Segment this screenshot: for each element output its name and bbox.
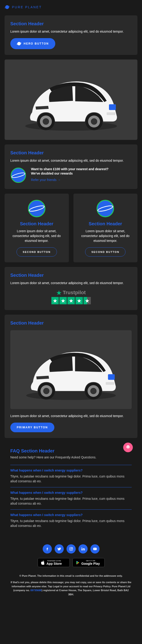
planet-icon	[27, 199, 46, 218]
col-card-2: Section Header Lorem ipsum dolor sit ame…	[73, 194, 138, 262]
car-image-card	[4, 60, 138, 140]
promo-card: Section Header Lorem ipsum dolor sit ame…	[4, 144, 138, 189]
faq-item: What happens when I switch energy suppli…	[10, 465, 132, 487]
appstore-small: Download on the	[47, 560, 62, 562]
col1-header: Section Header	[20, 221, 53, 226]
star-icon	[59, 297, 67, 304]
col2-body: Lorem ipsum dolor sit amet, consectetur …	[78, 229, 133, 243]
facebook-icon[interactable]	[43, 544, 52, 554]
planet-icon	[10, 167, 26, 183]
faq-item: What happens when I switch energy suppli…	[10, 487, 132, 510]
footer: Download on theApp Store GET IT ONGoogle…	[4, 538, 138, 606]
refer-link[interactable]: Refer your friends →	[31, 178, 61, 182]
trustpilot-rating	[10, 297, 132, 304]
faq-question: What happens when I switch energy suppli…	[10, 491, 132, 494]
star-icon	[75, 297, 83, 304]
svg-rect-11	[109, 104, 116, 110]
google-play-icon	[75, 560, 80, 565]
hero-header: Section Header	[10, 21, 132, 26]
planet-icon	[96, 199, 115, 218]
section2-header: Section Header	[10, 150, 132, 156]
faq-answer: Tityre, tu patulae recubans sub tegmine …	[10, 474, 132, 484]
svg-point-25	[90, 388, 97, 394]
brand-name: PURE PLANET	[12, 5, 42, 9]
section4-card: Section Header Lorem ipsum dolor sit ame…	[4, 315, 138, 438]
svg-point-30	[129, 446, 129, 447]
star-icon	[51, 297, 59, 304]
faq-sub: Need some help? Here are our Frequently …	[10, 456, 132, 459]
svg-point-10	[91, 118, 97, 125]
planet-icon	[17, 41, 21, 46]
svg-point-2	[17, 42, 21, 46]
hero-body: Lorem ipsum dolor sit amet, consectetur …	[10, 29, 132, 34]
app-store-badge[interactable]: Download on theApp Store	[38, 558, 70, 567]
svg-point-35	[81, 548, 82, 548]
hero-button-label: HERO BUTTON	[24, 42, 49, 45]
star-half-icon	[84, 297, 91, 304]
faq-answer: Tityre, tu patulae recubans sub tegmine …	[10, 496, 132, 506]
star-icon	[67, 297, 75, 304]
footer-line1: © Pure Planet. The information in this e…	[10, 574, 132, 578]
promo-line1: Want to share £100 with your nearest and…	[31, 167, 132, 171]
car-illustration	[16, 66, 126, 133]
svg-point-33	[72, 548, 72, 548]
section3-header: Section Header	[10, 272, 132, 278]
section4-header: Section Header	[10, 320, 132, 326]
col2-button[interactable]: SECOND BUTTON	[85, 247, 126, 256]
youtube-icon[interactable]	[90, 544, 100, 554]
col1-body: Lorem ipsum dolor sit amet, consectetur …	[9, 229, 64, 243]
svg-point-7	[43, 118, 49, 125]
svg-rect-27	[106, 382, 114, 385]
planet-icon	[4, 4, 10, 10]
faq-item: What happens when I switch energy suppli…	[10, 510, 132, 532]
svg-rect-26	[108, 374, 115, 380]
primary-button[interactable]: PRIMARY BUTTON	[10, 422, 54, 432]
footer-line2: If that's not you, please delete this me…	[10, 580, 132, 596]
svg-point-32	[70, 548, 72, 550]
appstore-big: App Store	[47, 562, 62, 566]
col1-button[interactable]: SECOND BUTTON	[16, 247, 57, 256]
faq-section: FAQ Section Header Need some help? Here …	[4, 442, 138, 538]
car-illustration	[17, 337, 125, 402]
faq-answer: Tityre, tu patulae recubans sub tegmine …	[10, 518, 132, 528]
svg-point-22	[43, 388, 49, 394]
linkedin-icon[interactable]	[78, 544, 88, 554]
hero-button[interactable]: HERO BUTTON	[10, 38, 55, 49]
promo-line2: We've doubled our rewards	[31, 172, 132, 175]
google-play-badge[interactable]: GET IT ONGoogle Play	[72, 558, 105, 567]
apple-icon	[41, 560, 45, 566]
svg-point-29	[127, 446, 128, 447]
gplay-big: Google Play	[81, 562, 100, 566]
section3-body: Lorem ipsum dolor sit amet, consectetur …	[10, 281, 132, 286]
faq-question: What happens when I switch energy suppli…	[10, 468, 132, 472]
brand-logo: PURE PLANET	[4, 4, 138, 10]
two-column-row: Section Header Lorem ipsum dolor sit ame…	[4, 194, 138, 262]
section2-body: Lorem ipsum dolor sit amet, consectetur …	[10, 158, 132, 163]
col-card-1: Section Header Lorem ipsum dolor sit ame…	[4, 194, 69, 262]
instagram-icon[interactable]	[67, 544, 76, 554]
trustpilot-star-icon	[56, 290, 62, 295]
company-number: 09735688	[30, 589, 42, 592]
gplay-small: GET IT ON	[81, 560, 100, 562]
section4-body: Lorem ipsum dolor sit amet, consectetur …	[10, 414, 132, 418]
svg-point-0	[5, 5, 9, 9]
svg-rect-12	[107, 112, 115, 115]
faq-question: What happens when I switch energy suppli…	[10, 513, 132, 517]
svg-rect-34	[81, 548, 82, 550]
trustpilot-label: Trustpilot	[63, 290, 86, 296]
twitter-icon[interactable]	[55, 544, 64, 554]
trustpilot-card: Section Header Lorem ipsum dolor sit ame…	[4, 267, 138, 310]
faq-header: FAQ Section Header	[10, 448, 132, 454]
col2-header: Section Header	[89, 221, 122, 226]
hero-card: Section Header Lorem ipsum dolor sit ame…	[4, 16, 138, 55]
